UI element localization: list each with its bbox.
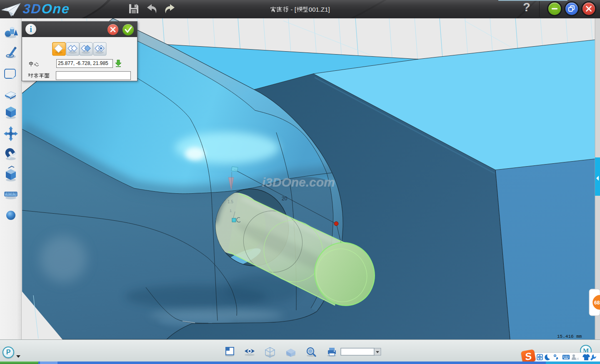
svg-text:1: 1 [230,209,232,213]
svg-text:14: 14 [575,357,579,361]
svg-text:1.5: 1.5 [228,199,233,204]
svg-text:20: 20 [282,196,288,202]
svg-text:i3DOne.com: i3DOne.com [262,175,335,189]
svg-text:15.416 mm: 15.416 mm [557,334,582,339]
svg-text:68: 68 [594,300,600,306]
